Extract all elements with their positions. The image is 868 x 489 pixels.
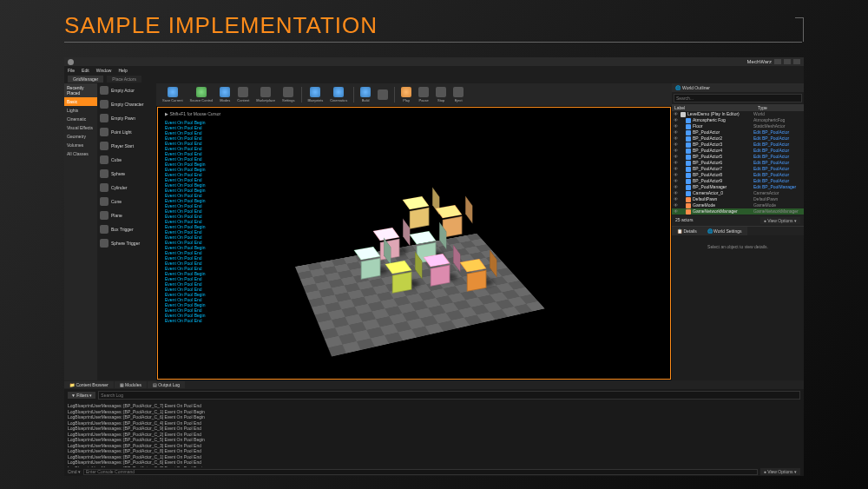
tool-eject[interactable]: Eject — [450, 86, 466, 103]
outliner-row[interactable]: 👁CameraActor_0CameraActor — [672, 190, 804, 196]
eye-icon[interactable]: 👁 — [674, 135, 679, 142]
tool-modes[interactable]: Modes — [217, 86, 233, 103]
actor-point-light[interactable]: Point Light — [97, 125, 156, 139]
actor-cone[interactable]: Cone — [97, 195, 156, 208]
header-label[interactable]: Label — [672, 104, 755, 111]
outliner-row[interactable]: 👁BP_PoolActor4Edit BP_PoolActor — [672, 148, 804, 154]
actor-type-icon — [686, 155, 691, 160]
outliner-view-options[interactable]: ● View Options ▾ — [760, 217, 800, 224]
tool-icon — [238, 87, 248, 97]
outliner-row[interactable]: 👁BP_PoolActor8Edit BP_PoolActor — [672, 172, 804, 178]
outliner-search-input[interactable] — [674, 94, 802, 102]
eye-icon[interactable]: 👁 — [674, 166, 679, 172]
filters-button[interactable]: ▼ Filters ▾ — [68, 392, 95, 399]
tool-stop[interactable]: Stop — [433, 86, 449, 103]
outliner-row[interactable]: 👁GameModeGameMode — [672, 202, 804, 208]
eye-icon[interactable]: 👁 — [674, 129, 679, 135]
menu-file[interactable]: File — [68, 68, 75, 73]
category-volumes[interactable]: Volumes — [64, 141, 97, 149]
category-all-classes[interactable]: All Classes — [64, 149, 97, 158]
log-view-options[interactable]: ● View Options ▾ — [760, 468, 800, 475]
tool-cinematics[interactable]: Cinematics — [327, 86, 350, 103]
outliner-row[interactable]: 👁BP_PoolActor7Edit BP_PoolActor — [672, 166, 804, 172]
eye-icon[interactable]: 👁 — [674, 111, 679, 117]
titlebar: MechWarz — [64, 57, 804, 66]
console-command-input[interactable] — [83, 469, 758, 475]
tool-marketplace[interactable]: Marketplace — [253, 86, 278, 103]
actor-empty-pawn[interactable]: Empty Pawn — [97, 111, 156, 125]
viewport-hint: ▶ Shift+F1 for Mouse Cursor — [165, 111, 220, 116]
content-browser-tab[interactable]: 📁 Content Browser — [64, 381, 114, 388]
tool-pause[interactable]: Pause — [416, 86, 431, 103]
tab-gridmanager[interactable]: GridManager — [68, 76, 103, 83]
outliner-row[interactable]: 👁BP_PoolActorEdit BP_PoolActor — [672, 129, 804, 135]
viewport[interactable]: ▶ Shift+F1 for Mouse Cursor Event On Poo… — [157, 107, 671, 380]
tool-save-current[interactable]: Save Current — [160, 86, 186, 103]
viewport-log-line: Event On Pool End — [165, 318, 205, 323]
actor-empty-character[interactable]: Empty Character — [97, 97, 156, 111]
details-tab[interactable]: 📋 Details — [672, 227, 702, 235]
category-basic[interactable]: Basic — [64, 97, 97, 106]
outliner-row[interactable]: 👁LevelDemo (Play In Editor)World — [672, 111, 804, 117]
actor-sphere[interactable]: Sphere — [97, 167, 156, 181]
outliner-row[interactable]: 👁BP_PoolActor2Edit BP_PoolActor — [672, 135, 804, 142]
tool-source-control[interactable]: Source Control — [187, 86, 216, 103]
actor-cylinder[interactable]: Cylinder — [97, 181, 156, 195]
tool-blueprints[interactable]: Blueprints — [306, 86, 326, 103]
eye-icon[interactable]: 👁 — [674, 184, 679, 190]
eye-icon[interactable]: 👁 — [674, 172, 679, 178]
outliner-row[interactable]: 👁FloorStaticMeshActor — [672, 123, 804, 129]
eye-icon[interactable]: 👁 — [674, 117, 679, 123]
actor-icon — [100, 225, 108, 234]
header-type[interactable]: Type — [755, 104, 804, 111]
actor-empty-actor[interactable]: Empty Actor — [97, 83, 156, 97]
tool-play[interactable]: Play — [398, 86, 414, 103]
eye-icon[interactable]: 👁 — [674, 154, 679, 160]
tool-btn[interactable] — [375, 89, 391, 102]
actor-cube[interactable]: Cube — [97, 153, 156, 167]
actor-player-start[interactable]: Player Start — [97, 139, 156, 153]
actor-box-trigger[interactable]: Box Trigger — [97, 222, 156, 236]
eye-icon[interactable]: 👁 — [674, 196, 679, 202]
outliner-row[interactable]: 👁GameNetworkManagerGameNetworkManager — [672, 208, 804, 215]
eye-icon[interactable]: 👁 — [674, 160, 679, 166]
outliner-row[interactable]: 👁BP_PoolActor6Edit BP_PoolActor — [672, 160, 804, 166]
outliner-row[interactable]: 👁Atmospheric FogAtmosphericFog — [672, 117, 804, 123]
category-visual-effects[interactable]: Visual Effects — [64, 123, 97, 132]
outliner-row[interactable]: 👁BP_PoolActor9Edit BP_PoolActor — [672, 178, 804, 184]
actor-icon — [100, 211, 108, 220]
eye-icon[interactable]: 👁 — [674, 208, 679, 215]
actor-sphere-trigger[interactable]: Sphere Trigger — [97, 236, 156, 250]
modules-tab[interactable]: ▦ Modules — [115, 381, 147, 388]
outliner-row[interactable]: 👁BP_PoolActor3Edit BP_PoolActor — [672, 142, 804, 148]
tab-place-actors[interactable]: Place Actors — [107, 76, 141, 83]
eye-icon[interactable]: 👁 — [674, 202, 679, 208]
output-log-content[interactable]: LogBlueprintUserMessages: [BP_PoolActor_… — [64, 401, 804, 467]
close-button[interactable] — [793, 59, 800, 64]
eye-icon[interactable]: 👁 — [674, 178, 679, 184]
outliner-row[interactable]: 👁BP_PoolManagerEdit BP_PoolManager — [672, 184, 804, 190]
maximize-button[interactable] — [784, 59, 791, 64]
eye-icon[interactable]: 👁 — [674, 190, 679, 196]
outliner-row[interactable]: 👁BP_PoolActor5Edit BP_PoolActor — [672, 154, 804, 160]
outliner-row[interactable]: 👁DefaultPawnDefaultPawn — [672, 196, 804, 202]
menu-window[interactable]: Window — [96, 68, 112, 73]
category-cinematic[interactable]: Cinematic — [64, 115, 97, 123]
menu-edit[interactable]: Edit — [82, 68, 89, 73]
eye-icon[interactable]: 👁 — [674, 142, 679, 148]
world-settings-tab[interactable]: 🌐 World Settings — [702, 227, 747, 235]
category-geometry[interactable]: Geometry — [64, 132, 97, 141]
actor-plane[interactable]: Plane — [97, 208, 156, 222]
tool-content[interactable]: Content — [234, 86, 252, 103]
output-log-tab[interactable]: ▤ Output Log — [148, 381, 185, 388]
log-search-input[interactable] — [98, 391, 800, 400]
eye-icon[interactable]: 👁 — [674, 148, 679, 154]
category-lights[interactable]: Lights — [64, 106, 97, 115]
tool-settings[interactable]: Settings — [279, 86, 297, 103]
menu-help[interactable]: Help — [118, 68, 127, 73]
eye-icon[interactable]: 👁 — [674, 123, 679, 129]
tool-build[interactable]: Build — [358, 86, 373, 103]
outliner-tab[interactable]: 🌐 World Outliner — [672, 83, 804, 92]
eye-icon[interactable]: 👁 — [674, 215, 679, 215]
minimize-button[interactable] — [774, 59, 781, 64]
